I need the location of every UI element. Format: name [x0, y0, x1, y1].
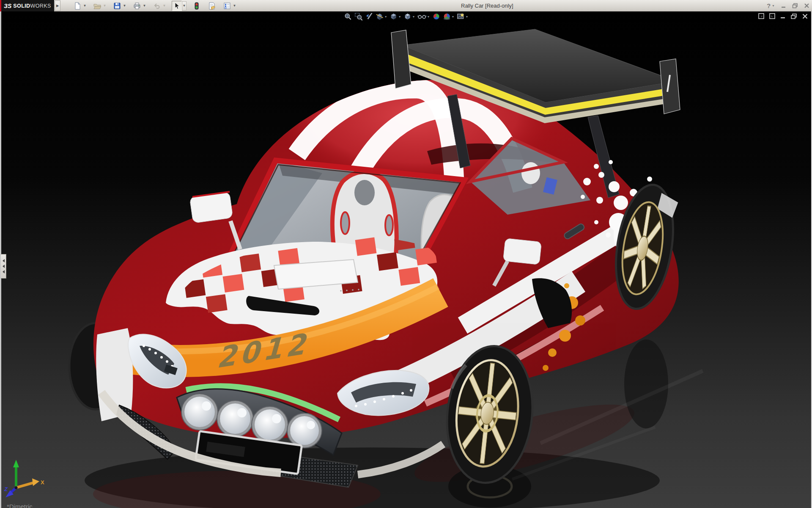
open-button[interactable]: [92, 1, 102, 11]
dropdown-arrow-icon: ▼: [451, 15, 454, 18]
chevron-left-icon: [3, 265, 5, 268]
rally-light: [287, 413, 322, 448]
new-document-dropdown[interactable]: ▼: [82, 1, 87, 11]
undo-arrow-icon: [153, 2, 161, 10]
zoom-fit-icon: [344, 12, 352, 21]
apply-scene-button[interactable]: ▼: [442, 12, 454, 21]
chevron-left-icon: [3, 259, 5, 262]
x-axis-icon: [32, 478, 39, 486]
open-dropdown[interactable]: ▼: [102, 1, 107, 11]
select-cursor-icon: [173, 2, 181, 10]
brand-name-light: WORKS: [30, 3, 51, 9]
view-settings-button[interactable]: ▼: [456, 12, 468, 21]
brand-name-bold: SOLID: [13, 3, 30, 9]
section-view-icon: [376, 12, 384, 21]
scene-sphere-icon: [442, 12, 451, 21]
printer-icon: [133, 2, 141, 10]
doc-restore-button[interactable]: [791, 14, 797, 19]
pane-forward-button[interactable]: [769, 13, 775, 19]
zoom-area-icon: [354, 12, 363, 21]
help-button[interactable]: ?▼: [767, 2, 775, 9]
print-dropdown[interactable]: ▼: [142, 1, 147, 11]
rally-car-3d-model[interactable]: 2012: [0, 11, 812, 508]
doc-close-icon: [802, 14, 808, 19]
x-axis-label: X: [41, 479, 44, 486]
file-properties-button[interactable]: [207, 1, 217, 11]
pane-back-button[interactable]: [758, 13, 764, 19]
rally-light: [252, 406, 288, 443]
zoom-to-fit-button[interactable]: [344, 12, 352, 21]
view-orientation-cube-icon: [390, 12, 398, 21]
orientation-triad: X Z: [3, 457, 46, 500]
options-button[interactable]: [222, 1, 232, 11]
solidworks-window: ЗS SOLIDWORKS ▶ ▼ ▼ ▼: [0, 0, 812, 508]
previous-view-button[interactable]: [365, 12, 373, 21]
help-dropdown-icon: ▼: [772, 4, 775, 7]
display-style-button[interactable]: ▼: [403, 12, 415, 21]
minimize-button[interactable]: [781, 3, 786, 8]
z-axis-label: Z: [4, 486, 8, 492]
rally-light: [217, 400, 253, 437]
appearance-sphere-icon: [432, 12, 440, 21]
restore-icon: [792, 3, 798, 8]
options-dropdown[interactable]: ▼: [232, 1, 237, 11]
eyeglasses-icon: [417, 12, 427, 21]
previous-view-icon: [365, 12, 373, 21]
pane-forward-icon: [769, 13, 775, 19]
doc-minimize-button[interactable]: [780, 14, 786, 19]
title-bar: ЗS SOLIDWORKS ▶ ▼ ▼ ▼: [0, 0, 812, 12]
hide-show-items-button[interactable]: ▼: [417, 12, 430, 21]
main-toolbar: ▼ ▼ ▼ ▼ ▼: [72, 0, 240, 11]
dropdown-arrow-icon: ▼: [412, 15, 415, 18]
view-orientation-label: *Dimetric: [7, 503, 33, 508]
select-tool-dropdown[interactable]: ▼: [182, 1, 187, 11]
rally-light: [181, 394, 218, 430]
undo-dropdown[interactable]: ▼: [162, 1, 167, 11]
view-orientation-button[interactable]: ▼: [390, 12, 401, 21]
dropdown-arrow-icon: ▼: [384, 15, 387, 18]
new-document-icon: [74, 2, 81, 10]
undo-button[interactable]: [152, 1, 162, 11]
save-floppy-icon: [113, 2, 121, 10]
options-checklist-icon: [223, 2, 231, 10]
restore-button[interactable]: [792, 3, 798, 8]
select-tool-button[interactable]: [172, 1, 182, 11]
solidworks-logo: ЗS SOLIDWORKS: [0, 0, 54, 11]
zoom-to-area-button[interactable]: [354, 12, 363, 21]
dropdown-arrow-icon: ▼: [398, 15, 401, 18]
edit-appearance-button[interactable]: [432, 12, 440, 21]
close-button[interactable]: [804, 3, 809, 8]
dropdown-arrow-icon: ▼: [427, 15, 430, 18]
open-folder-icon: [93, 2, 101, 10]
graphics-viewport[interactable]: ▼ ▼ ▼ ▼ ▼ ▼: [0, 11, 812, 508]
document-window-controls: [758, 13, 808, 19]
file-properties-icon: [208, 2, 216, 10]
new-document-button[interactable]: [72, 1, 82, 11]
section-view-button[interactable]: ▼: [376, 12, 387, 21]
y-axis-icon: [13, 460, 19, 467]
print-button[interactable]: [132, 1, 142, 11]
minimize-icon: [781, 3, 786, 8]
display-style-icon: [403, 12, 412, 21]
solidworks-logo-icon: ЗS: [4, 3, 11, 9]
view-settings-icon: [456, 12, 465, 21]
rebuild-button[interactable]: [192, 1, 202, 11]
doc-close-button[interactable]: [802, 14, 808, 19]
pane-back-icon: [758, 13, 764, 19]
doc-restore-icon: [791, 14, 797, 19]
window-controls: ?▼: [767, 0, 809, 11]
doc-minimize-icon: [780, 14, 786, 19]
save-dropdown[interactable]: ▼: [122, 1, 127, 11]
document-title: Rally Car [Read-only]: [461, 3, 513, 9]
traffic-light-icon: [193, 2, 200, 10]
close-icon: [804, 3, 809, 8]
heads-up-view-toolbar: ▼ ▼ ▼ ▼ ▼ ▼: [344, 12, 469, 21]
menu-expander-button[interactable]: ▶: [55, 0, 60, 11]
save-button[interactable]: [112, 1, 122, 11]
chevron-left-icon: [3, 270, 5, 273]
dropdown-arrow-icon: ▼: [465, 15, 468, 18]
feature-panel-expand-tab[interactable]: [1, 254, 6, 279]
